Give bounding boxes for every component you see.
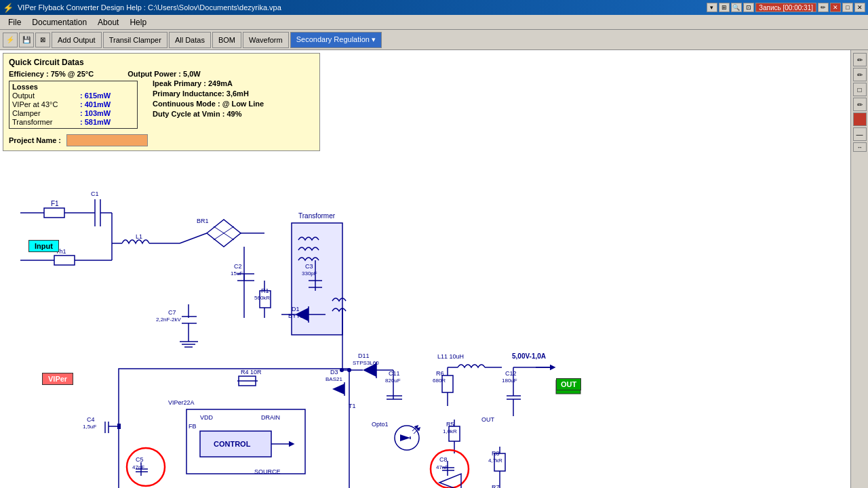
svg-text:BR1: BR1 xyxy=(197,218,209,224)
svg-text:R4 10R: R4 10R xyxy=(241,369,262,375)
svg-text:4,7kR: 4,7kR xyxy=(488,458,502,464)
losses-title: Losses xyxy=(12,83,134,91)
loss-viper-val: : 401mW xyxy=(80,100,134,108)
svg-text:560kR: 560kR xyxy=(254,295,270,301)
close-button[interactable]: ✕ xyxy=(830,3,841,12)
out-label: OUT xyxy=(556,378,581,390)
project-row: Project Name : xyxy=(9,134,314,146)
menu-file[interactable]: File xyxy=(3,16,26,28)
rt-red-square[interactable] xyxy=(853,113,867,126)
svg-text:180uF: 180uF xyxy=(502,378,517,384)
loss-transformer-val: : 581mW xyxy=(80,118,134,126)
toolbar-icon-2[interactable]: 💾 xyxy=(19,33,34,47)
info-panel: Quick Circuit Datas Efficiency : 75% @ 2… xyxy=(3,53,320,151)
svg-text:C5: C5 xyxy=(136,456,144,463)
rt-edit[interactable]: ✏ xyxy=(853,98,867,111)
svg-text:BAS21: BAS21 xyxy=(326,376,342,382)
svg-text:680R: 680R xyxy=(433,378,446,384)
ipeak-label: Ipeak Primary : 249mA xyxy=(153,79,264,87)
waveform-button[interactable]: Waveform xyxy=(243,32,289,48)
svg-text:D3: D3 xyxy=(330,369,338,375)
svg-text:VDD: VDD xyxy=(200,414,214,421)
app-title: VIPer Flyback Converter Design Help : C:… xyxy=(18,3,281,12)
pen-button[interactable]: ✏ xyxy=(818,3,829,12)
svg-text:C11: C11 xyxy=(389,370,400,377)
menubar: File Documentation About Help xyxy=(0,15,868,30)
rt-pen-1[interactable]: ✏ xyxy=(853,53,867,66)
titlebar-windows[interactable]: ⊞ xyxy=(719,3,730,12)
all-datas-button[interactable]: All Datas xyxy=(169,32,211,48)
titlebar-search[interactable]: 🔍 xyxy=(731,3,742,12)
transil-clamper-button[interactable]: Transil Clamper xyxy=(103,32,167,48)
rt-square[interactable]: □ xyxy=(853,83,867,96)
loss-transformer-name: Transformer xyxy=(12,118,80,126)
svg-text:SOURCE: SOURCE xyxy=(254,468,281,475)
menu-documentation[interactable]: Documentation xyxy=(26,16,92,28)
svg-text:DRAIN: DRAIN xyxy=(261,414,280,421)
svg-text:5,00V-1,0A: 5,00V-1,0A xyxy=(512,352,546,360)
svg-text:C7: C7 xyxy=(168,309,176,316)
close-x-button[interactable]: ✕ xyxy=(854,3,865,12)
svg-text:C4: C4 xyxy=(87,416,95,423)
svg-text:CONTROL: CONTROL xyxy=(214,440,251,448)
duty-cycle-label: Duty Cycle at Vmin : 49% xyxy=(153,110,264,118)
menu-help[interactable]: Help xyxy=(124,16,152,28)
efficiency-label: Efficiency : 75% @ 25°C xyxy=(9,70,94,78)
titlebar-restore[interactable]: ⊡ xyxy=(743,3,754,12)
titlebar: ⚡ VIPer Flyback Converter Design Help : … xyxy=(0,0,868,15)
svg-text:FB: FB xyxy=(189,423,197,430)
output-power-label: Output Power : 5,0W xyxy=(127,70,201,78)
rt-arrows[interactable]: ↔ xyxy=(853,142,867,152)
svg-text:L11 10uH: L11 10uH xyxy=(437,353,464,360)
svg-text:T1: T1 xyxy=(349,403,356,409)
svg-text:C8: C8 xyxy=(439,456,448,463)
record-button[interactable]: Запись [00:00:31] xyxy=(755,3,816,12)
svg-text:L1: L1 xyxy=(136,233,142,240)
panel-title: Quick Circuit Datas xyxy=(9,58,314,67)
viper-label: VIPer xyxy=(42,373,73,385)
svg-text:Opto1: Opto1 xyxy=(372,421,389,428)
svg-text:R7: R7 xyxy=(492,484,500,488)
titlebar-dropdown[interactable]: ▾ xyxy=(707,3,717,12)
maximize-button[interactable]: □ xyxy=(842,3,853,12)
right-toolbar: ✏ ✏ □ ✏ — ↔ xyxy=(850,50,868,488)
project-name-input[interactable] xyxy=(66,134,148,146)
svg-text:C3: C3 xyxy=(305,263,313,270)
app-icon: ⚡ xyxy=(3,3,14,13)
svg-text:C2: C2 xyxy=(234,263,242,270)
svg-text:C1: C1 xyxy=(91,190,99,197)
svg-text:C12: C12 xyxy=(505,370,517,377)
circuit-area[interactable]: Quick Circuit Datas Efficiency : 75% @ 2… xyxy=(0,50,850,488)
add-output-button[interactable]: Add Output xyxy=(52,32,102,48)
toolbar-icon-1[interactable]: ⚡ xyxy=(3,33,18,47)
svg-text:D1: D1 xyxy=(292,306,300,312)
menu-about[interactable]: About xyxy=(92,16,124,28)
loss-clamper-name: Clamper xyxy=(12,109,80,117)
loss-output-val: : 615mW xyxy=(80,92,134,100)
toolbar-icon-3[interactable]: ⊠ xyxy=(35,33,50,47)
inductance-label: Primary Inductance: 3,6mH xyxy=(153,89,264,98)
main: Quick Circuit Datas Efficiency : 75% @ 2… xyxy=(0,50,868,488)
loss-viper-name: VIPer at 43°C xyxy=(12,100,80,108)
titlebar-right: ▾ ⊞ 🔍 ⊡ Запись [00:00:31] ✏ ✕ □ ✕ xyxy=(707,3,865,12)
continuous-label: Continuous Mode : @ Low Line xyxy=(153,100,264,108)
bom-button[interactable]: BOM xyxy=(212,32,241,48)
svg-text:D11: D11 xyxy=(358,352,370,359)
losses-box: Losses Output : 615mW VIPer at 43°C : 40… xyxy=(9,81,138,129)
svg-text:1,5uF: 1,5uF xyxy=(83,424,97,430)
project-name-label: Project Name : xyxy=(9,136,61,144)
secondary-regulation-button[interactable]: Secondary Regulation ▾ xyxy=(290,32,382,48)
rt-minus[interactable]: — xyxy=(853,127,867,141)
input-label: Input xyxy=(28,240,59,252)
rt-pen-2[interactable]: ✏ xyxy=(853,68,867,81)
titlebar-left: ⚡ VIPer Flyback Converter Design Help : … xyxy=(3,3,281,13)
svg-text:VIPer22A: VIPer22A xyxy=(168,399,195,406)
svg-text:OUT: OUT xyxy=(481,416,495,423)
toolbar: ⚡ 💾 ⊠ Add Output Transil Clamper All Dat… xyxy=(0,30,868,50)
svg-text:1,0kR: 1,0kR xyxy=(443,428,457,434)
svg-text:Transformer: Transformer xyxy=(298,212,336,220)
loss-output-name: Output xyxy=(12,92,80,100)
svg-rect-102 xyxy=(117,424,121,429)
svg-text:2,2nF-2kV: 2,2nF-2kV xyxy=(156,317,182,323)
svg-text:F1: F1 xyxy=(51,200,59,207)
